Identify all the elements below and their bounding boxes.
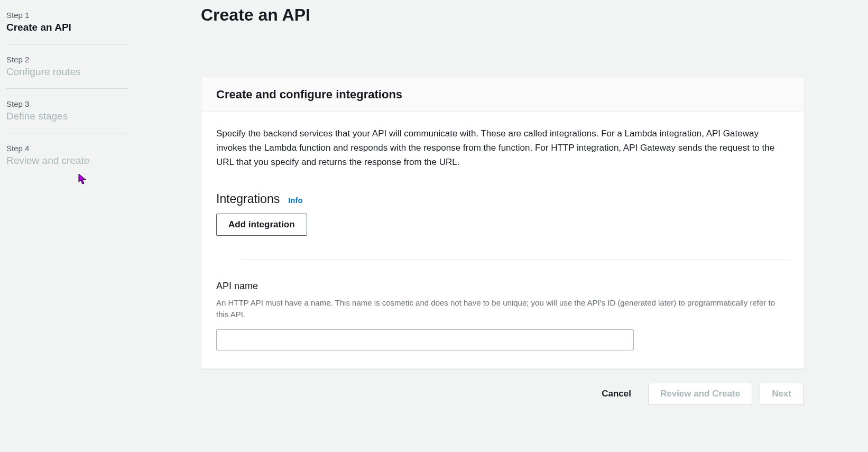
step-title: Define stages xyxy=(6,110,128,122)
review-and-create-button: Review and Create xyxy=(648,383,752,405)
step-number: Step 3 xyxy=(6,99,128,108)
step-number: Step 4 xyxy=(6,144,128,153)
step-3-define-stages[interactable]: Step 3 Define stages xyxy=(6,99,128,133)
step-title: Create an API xyxy=(6,22,128,33)
cancel-button[interactable]: Cancel xyxy=(592,383,641,404)
integrations-panel: Create and configure integrations Specif… xyxy=(201,78,805,369)
step-number: Step 2 xyxy=(6,55,128,64)
main-content: Create an API Create and configure integ… xyxy=(143,0,868,452)
panel-header: Create and configure integrations xyxy=(201,78,804,112)
step-title: Configure routes xyxy=(6,66,128,78)
panel-description: Specify the backend services that your A… xyxy=(216,126,789,170)
panel-heading: Create and configure integrations xyxy=(216,88,789,102)
api-name-input[interactable] xyxy=(216,329,634,350)
api-name-label: API name xyxy=(216,281,789,292)
step-2-configure-routes[interactable]: Step 2 Configure routes xyxy=(6,55,128,89)
page-title: Create an API xyxy=(201,5,805,25)
info-link[interactable]: Info xyxy=(288,196,303,205)
api-name-help: An HTTP API must have a name. This name … xyxy=(216,297,789,321)
wizard-steps-sidebar: Step 1 Create an API Step 2 Configure ro… xyxy=(0,0,143,452)
step-4-review-create[interactable]: Step 4 Review and create xyxy=(6,144,128,177)
add-integration-button[interactable]: Add integration xyxy=(216,214,307,236)
divider xyxy=(239,259,789,260)
step-1-create-api[interactable]: Step 1 Create an API xyxy=(6,11,128,44)
footer-actions: Cancel Review and Create Next xyxy=(201,383,805,405)
step-number: Step 1 xyxy=(6,11,128,20)
step-title: Review and create xyxy=(6,155,128,167)
integrations-heading: Integrations xyxy=(216,192,280,206)
next-button: Next xyxy=(760,383,804,405)
